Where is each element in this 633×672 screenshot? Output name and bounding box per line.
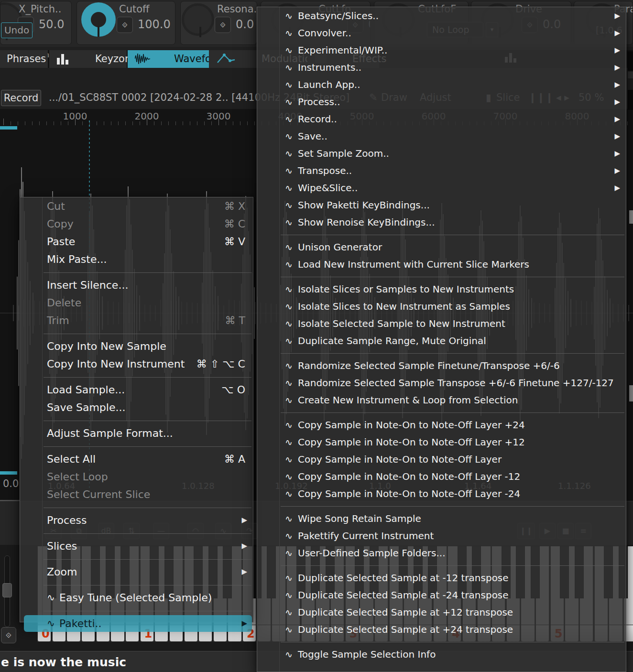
undo-button[interactable]: Undo (1, 22, 33, 38)
menu-item-copy-into-new-sample[interactable]: Copy Into New Sample (20, 337, 253, 355)
x-pitch-value[interactable]: 50.0 (39, 18, 64, 31)
cutoff-value-box[interactable]: ⟐100.0 (117, 16, 174, 35)
cutoff-reset-icon[interactable]: ⟐ (117, 17, 133, 33)
submenu-item-unison-generator[interactable]: ∿Unison Generator (257, 238, 626, 256)
menu-item-label: Record.. (298, 110, 337, 128)
right-scroll-marker-2[interactable] (629, 385, 633, 401)
submenu-item-duplicate-selected-sample-at-12-transpose[interactable]: ∿Duplicate Selected Sample at -12 transp… (257, 569, 626, 586)
submenu-item-user-defined-sample-folders[interactable]: ∿User-Defined Sample Folders... (257, 544, 626, 562)
sine-wave-icon: ∿ (285, 485, 293, 502)
menu-item-select-all[interactable]: Select All⌘ A (20, 450, 253, 468)
selection-bar-bottom[interactable] (0, 471, 17, 475)
menu-item-label: Launch App.. (298, 76, 360, 93)
submenu-item-isolate-slices-to-new-instrument-as-samples[interactable]: ∿Isolate Slices to New Instrument as Sam… (257, 298, 626, 315)
tab-keyzones[interactable]: Keyzones (49, 50, 127, 68)
submenu-item-isolate-selected-sample-to-new-instrument[interactable]: ∿Isolate Selected Sample to New Instrume… (257, 315, 626, 332)
submenu-item-wipe-slice[interactable]: ∿Wipe&Slice..▶ (257, 179, 626, 196)
tab-waveform[interactable]: Waveform (128, 50, 209, 68)
menu-item-insert-silence[interactable]: Insert Silence... (20, 276, 253, 294)
sine-wave-icon: ∿ (285, 196, 293, 214)
submenu-item-copy-sample-in-note-on-to-note-off-layer-12[interactable]: ∿Copy Sample in Note-On to Note-Off Laye… (257, 468, 626, 485)
submenu-item-create-new-instrument-loop-from-selection[interactable]: ∿Create New Instrument & Loop from Selec… (257, 391, 626, 409)
volume-slider-handle[interactable] (2, 583, 12, 597)
sine-wave-icon: ∿ (285, 646, 293, 663)
submenu-item-transpose[interactable]: ∿Transpose..▶ (257, 162, 626, 179)
submenu-arrow-icon: ▶ (614, 145, 620, 162)
menu-item-adjust-sample-format[interactable]: Adjust Sample Format... (20, 424, 253, 442)
menu-separator (20, 442, 253, 450)
resonance-reset-icon[interactable]: ⟐ (215, 17, 231, 33)
menu-item-zoom[interactable]: Zoom▶ (20, 563, 253, 581)
submenu-item-toggle-sample-selection-info[interactable]: ∿Toggle Sample Selection Info (257, 646, 626, 663)
submenu-arrow-icon: ▶ (614, 93, 620, 110)
menu-item-process[interactable]: Process▶ (20, 511, 253, 529)
submenu-item-copy-sample-in-note-on-to-note-off-layer-24[interactable]: ∿Copy Sample in Note-On to Note-Off Laye… (257, 416, 626, 434)
resonance-value-box[interactable]: ⟐0.0 (215, 16, 256, 35)
menu-item-paste[interactable]: Paste⌘ V (20, 233, 253, 250)
submenu-item-duplicate-selected-sample-at-12-transpose[interactable]: ∿Duplicate Selected Sample at +12 transp… (257, 604, 626, 621)
submenu-item-pakettify-current-instrument[interactable]: ∿Pakettify Current Instrument (257, 527, 626, 544)
submenu-item-beatsync-slices[interactable]: ∿Beatsync/Slices..▶ (257, 7, 626, 24)
submenu-item-launch-app[interactable]: ∿Launch App..▶ (257, 76, 626, 93)
submenu-item-duplicate-sample-range-mute-original[interactable]: ∿Duplicate Sample Range, Mute Original (257, 332, 626, 349)
submenu-arrow-icon: ▶ (614, 76, 620, 93)
menu-item-mix-paste[interactable]: Mix Paste... (20, 250, 253, 268)
cutoff-value[interactable]: 100.0 (138, 18, 171, 31)
sine-wave-icon: ∿ (285, 451, 293, 468)
right-scroll-marker[interactable] (629, 210, 633, 224)
submenu-item-load-new-instrument-with-current-slice-markers[interactable]: ∿Load New Instrument with Current Slice … (257, 256, 626, 273)
sample-context-menu: Cut⌘ XCopy⌘ CPaste⌘ VMix Paste...Insert … (20, 197, 253, 622)
submenu-item-save[interactable]: ∿Save..▶ (257, 128, 626, 145)
submenu-item-duplicate-selected-sample-at-24-transpose[interactable]: ∿Duplicate Selected Sample at -24 transp… (257, 586, 626, 604)
menu-separator (20, 416, 253, 424)
tab-phrases[interactable]: Phrases (0, 50, 48, 68)
submenu-item-copy-sample-in-note-on-to-note-off-layer[interactable]: ∿Copy Sample in Note-On to Note-Off Laye… (257, 451, 626, 468)
submenu-item-copy-sample-in-note-on-to-note-off-layer-12[interactable]: ∿Copy Sample in Note-On to Note-Off Laye… (257, 434, 626, 451)
submenu-item-duplicate-selected-sample-at-24-transpose[interactable]: ∿Duplicate Selected Sample at +24 transp… (257, 621, 626, 638)
selection-bar-top[interactable] (0, 126, 17, 130)
submenu-item-show-renoise-keybindings[interactable]: ∿Show Renoise KeyBindings... (257, 214, 626, 231)
resonance-knob[interactable] (182, 3, 214, 36)
menu-item-label: Duplicate Selected Sample at -24 transpo… (298, 586, 509, 604)
sine-wave-icon: ∿ (285, 42, 293, 59)
submenu-item-copy-sample-in-note-on-to-note-off-layer-24[interactable]: ∿Copy Sample in Note-On to Note-Off Laye… (257, 485, 626, 502)
menu-item-slices[interactable]: Slices▶ (20, 537, 253, 555)
submenu-item-convolver[interactable]: ∿Convolver..▶ (257, 24, 626, 42)
menu-item-save-sample[interactable]: Save Sample... (20, 399, 253, 416)
menu-item-label: Select Current Slice (47, 486, 150, 503)
submenu-item-record[interactable]: ∿Record..▶ (257, 110, 626, 128)
submenu-item-wipe-song-retain-sample[interactable]: ∿Wipe Song Retain Sample (257, 510, 626, 527)
resonance-value[interactable]: 0.0 (236, 18, 254, 31)
sine-wave-icon: ∿ (285, 544, 293, 562)
menu-item-label: Zoom (47, 563, 77, 581)
submenu-item-randomize-selected-sample-transpose-6-6-finetune-127-127[interactable]: ∿Randomize Selected Sample Transpose +6/… (257, 374, 626, 391)
menu-item-label: Set Sample Zoom.. (298, 145, 389, 162)
submenu-item-isolate-slices-or-samples-to-new-instruments[interactable]: ∿Isolate Slices or Samples to New Instru… (257, 281, 626, 298)
menu-item-select-loop: Select Loop (20, 468, 253, 486)
cutoff-knob[interactable] (81, 2, 116, 37)
submenu-item-experimental-wip[interactable]: ∿Experimental/WIP..▶ (257, 42, 626, 59)
sine-wave-icon: ∿ (285, 214, 293, 231)
menu-item-easy-tune-selected-sample[interactable]: ∿Easy Tune (Selected Sample) (20, 589, 253, 607)
sine-wave-icon: ∿ (285, 586, 293, 604)
cutoff-label: Cutoff (119, 3, 150, 15)
sine-wave-icon: ∿ (285, 527, 293, 544)
menu-item-paketti[interactable]: ∿Paketti..▶ (20, 615, 253, 632)
menu-item-label: Isolate Slices to New Instrument as Samp… (298, 298, 510, 315)
submenu-arrow-icon: ▶ (241, 537, 247, 555)
submenu-item-process[interactable]: ∿Process..▶ (257, 93, 626, 110)
submenu-item-set-sample-zoom[interactable]: ∿Set Sample Zoom..▶ (257, 145, 626, 162)
submenu-item-show-paketti-keybindings[interactable]: ∿Show Paketti KeyBindings... (257, 196, 626, 214)
menu-item-label: Save.. (298, 128, 327, 145)
submenu-item-randomize-selected-sample-finetune-transpose-6-6[interactable]: ∿Randomize Selected Sample Finetune/Tran… (257, 357, 626, 374)
sine-wave-icon: ∿ (285, 256, 293, 273)
submenu-item-instruments[interactable]: ∿Instruments..▶ (257, 59, 626, 76)
keyboard-knob-button[interactable]: ⟐ (1, 627, 16, 643)
menu-item-label: Isolate Selected Sample to New Instrumen… (298, 315, 505, 332)
record-button[interactable]: Record (1, 90, 41, 106)
sine-wave-icon: ∿ (285, 93, 293, 110)
menu-item-copy-into-new-instrument[interactable]: Copy Into New Instrument⌘ ⇧ ⌥ C (20, 355, 253, 373)
knob-panel-cutoff: Cutoff⟐100.0 (76, 1, 175, 45)
menu-item-load-sample[interactable]: Load Sample...⌥ O (20, 381, 253, 399)
tab-label-phrases: Phrases (7, 53, 46, 65)
